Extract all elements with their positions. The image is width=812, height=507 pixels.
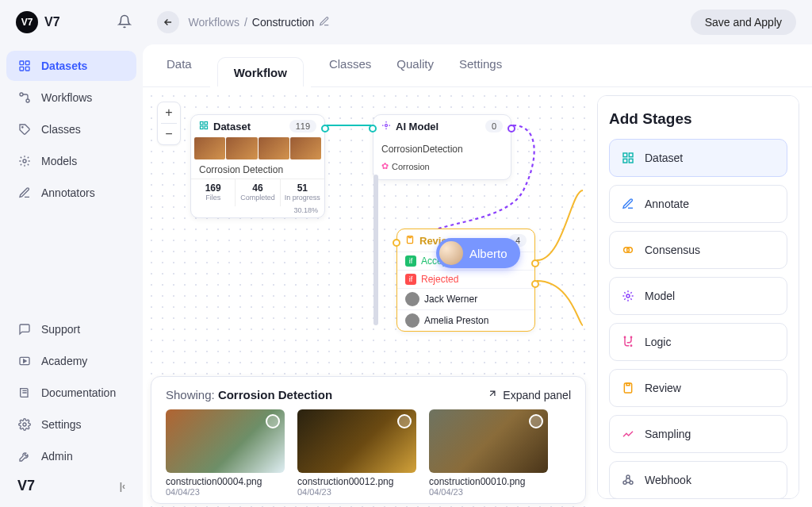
node-ai-model[interactable]: AI Model 0 CorrosionDetection ✿Corrosion: [373, 114, 511, 180]
svg-rect-16: [408, 236, 413, 243]
sidebar-item-label: Models: [41, 155, 77, 167]
tab-settings[interactable]: Settings: [459, 57, 502, 86]
workflow-canvas[interactable]: + − Dataset 119 Corrosion Detection: [143, 87, 594, 507]
file-name: construction00004.png: [166, 476, 285, 487]
input-port[interactable]: [393, 239, 400, 247]
sidebar-item-support[interactable]: Support: [6, 314, 136, 344]
node-count: 0: [485, 120, 503, 133]
node-dataset[interactable]: Dataset 119 Corrosion Detection 169Files…: [190, 114, 325, 218]
zoom-out-button[interactable]: −: [158, 124, 180, 144]
stage-option-consensus[interactable]: Consensus: [609, 231, 787, 269]
wrench-icon: [17, 449, 32, 463]
svg-rect-14: [205, 126, 208, 129]
sidebar-item-label: Settings: [41, 418, 82, 431]
file-thumbnail[interactable]: construction00004.png 04/04/23: [166, 409, 285, 497]
grid-icon: [199, 121, 209, 133]
sidebar-item-label: Workflows: [41, 91, 92, 104]
save-and-apply-button[interactable]: Save and Apply: [691, 10, 796, 35]
svg-point-7: [23, 159, 26, 163]
svg-rect-18: [629, 153, 633, 157]
tag-icon: [17, 122, 32, 136]
svg-rect-13: [201, 126, 204, 129]
file-date: 04/04/23: [297, 487, 416, 497]
brain-icon: [621, 289, 635, 303]
rejected-label: Rejected: [421, 274, 458, 285]
stage-label: Dataset: [645, 152, 683, 164]
edit-icon[interactable]: [319, 16, 330, 29]
breadcrumb-root[interactable]: Workflows: [189, 16, 239, 29]
brain-icon: [381, 121, 391, 133]
accepted-port[interactable]: [531, 259, 539, 267]
tab-workflow[interactable]: Workflow: [217, 57, 304, 87]
svg-rect-2: [20, 67, 24, 71]
file-thumbnail[interactable]: construction00010.png 04/04/23: [429, 409, 548, 497]
stage-label: Annotate: [645, 198, 689, 210]
sidebar-item-classes[interactable]: Classes: [6, 114, 136, 144]
stage-label: Sampling: [645, 428, 691, 440]
stage-label: Webhook: [645, 474, 691, 486]
output-port[interactable]: [508, 125, 515, 133]
sidebar-item-datasets[interactable]: Datasets: [6, 51, 136, 81]
expand-icon: [487, 388, 498, 401]
logo-icon: V7: [16, 11, 38, 33]
play-icon: [17, 354, 32, 368]
gear-icon: [17, 417, 32, 432]
sidebar-item-workflows[interactable]: Workflows: [6, 83, 136, 113]
sidebar-item-label: Support: [41, 323, 80, 336]
collapse-icon[interactable]: |‹: [120, 481, 125, 492]
sidebar-item-models[interactable]: Models: [6, 146, 136, 176]
file-thumbnail[interactable]: construction00012.png 04/04/23: [297, 409, 416, 497]
avatar: [405, 313, 419, 328]
tab-classes[interactable]: Classes: [329, 57, 371, 86]
book-icon: [17, 386, 32, 400]
reviewer-name: Amelia Preston: [424, 315, 488, 326]
sidebar-footer-brand: V7 |‹: [6, 471, 136, 501]
dataset-thumbnails: [191, 137, 324, 159]
rejected-port[interactable]: [531, 280, 539, 288]
svg-rect-19: [623, 159, 627, 163]
svg-rect-1: [25, 61, 29, 65]
svg-rect-12: [205, 121, 208, 125]
sidebar-item-settings[interactable]: Settings: [6, 409, 136, 440]
tab-data[interactable]: Data: [167, 57, 192, 86]
stage-option-review[interactable]: Review: [609, 369, 787, 407]
avatar: [405, 292, 419, 306]
notifications-icon[interactable]: [117, 14, 132, 31]
stage-option-sampling[interactable]: Sampling: [609, 415, 787, 453]
node-title: AI Model: [396, 121, 439, 133]
webhook-icon: [621, 473, 635, 487]
status-ring-icon: [266, 414, 280, 428]
sidebar-item-admin[interactable]: Admin: [6, 441, 136, 471]
back-button[interactable]: [157, 11, 179, 33]
output-port[interactable]: [321, 125, 329, 133]
sidebar-item-label: Datasets: [41, 60, 87, 72]
flower-icon: ✿: [381, 161, 389, 171]
stage-option-webhook[interactable]: Webhook: [609, 461, 787, 499]
sidebar: Datasets Workflows Classes Models Annota…: [0, 44, 143, 507]
zoom-in-button[interactable]: +: [158, 102, 180, 123]
svg-point-9: [23, 423, 26, 426]
dataset-name: Corrosion Detection: [191, 159, 324, 179]
sampling-icon: [621, 427, 635, 441]
input-port[interactable]: [369, 125, 377, 133]
stage-option-dataset[interactable]: Dataset: [609, 139, 787, 177]
sidebar-item-label: Classes: [41, 123, 81, 136]
sidebar-item-academy[interactable]: Academy: [6, 346, 136, 376]
stage-option-model[interactable]: Model: [609, 277, 787, 315]
chat-icon: [17, 322, 32, 336]
svg-rect-17: [623, 153, 627, 157]
scrollbar[interactable]: [373, 175, 378, 325]
stage-option-logic[interactable]: Logic: [609, 323, 787, 361]
expand-panel-button[interactable]: Expand panel: [487, 388, 571, 401]
sidebar-item-label: Academy: [41, 355, 87, 367]
brand-text: V7: [44, 15, 60, 29]
sidebar-item-label: Documentation: [41, 386, 116, 399]
sidebar-item-annotators[interactable]: Annotators: [6, 178, 136, 208]
stage-label: Review: [645, 382, 681, 394]
check-icon: if: [405, 255, 416, 267]
sidebar-item-documentation[interactable]: Documentation: [6, 378, 136, 408]
stage-option-annotate[interactable]: Annotate: [609, 185, 787, 223]
status-ring-icon: [529, 414, 543, 428]
stage-label: Consensus: [645, 244, 700, 256]
tab-quality[interactable]: Quality: [396, 57, 434, 86]
